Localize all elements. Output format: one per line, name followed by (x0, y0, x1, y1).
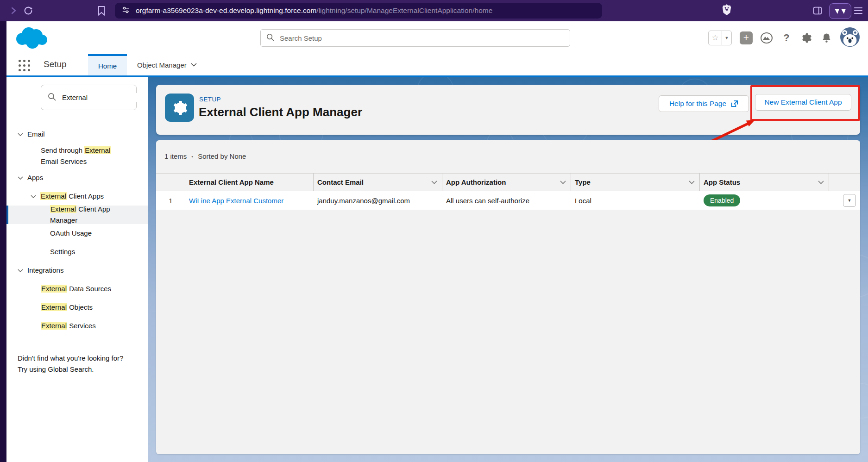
setup-brand-label: Setup (44, 59, 67, 69)
actions-column-header (829, 173, 860, 191)
column-label: App Status (704, 178, 740, 186)
reload-icon[interactable] (22, 5, 34, 17)
external-link-icon (730, 100, 738, 108)
chevron-down-icon (191, 63, 197, 67)
sidebar-item[interactable]: External Services (6, 317, 148, 335)
tab-object-manager-label: Object Manager (137, 61, 187, 69)
setup-gear-icon[interactable] (800, 32, 812, 44)
sidebar-item[interactable]: External Client Apps (6, 187, 148, 206)
avatar[interactable] (840, 27, 860, 49)
sidebar-item-label: Apps (27, 172, 43, 183)
sidebar-item-label: OAuth Usage (50, 228, 92, 239)
quick-create-plus-icon[interactable]: + (740, 31, 753, 44)
quick-find-box[interactable] (41, 85, 137, 110)
brave-lion-icon[interactable] (721, 4, 733, 16)
tab-home[interactable]: Home (88, 54, 127, 75)
chevron-down-icon[interactable] (689, 181, 695, 184)
sidebar-item[interactable]: OAuth Usage (6, 224, 148, 243)
favorites-star-icon[interactable]: ☆ (709, 33, 722, 43)
sidebar-item-label: Integrations (27, 265, 63, 276)
search-icon (48, 93, 56, 103)
sidebar-panel-icon[interactable] (811, 5, 824, 17)
sidebar-item-label: Settings (50, 246, 75, 257)
browser-chrome: orgfarm-a3569e023a-dev-ed.develop.lightn… (0, 0, 868, 21)
sidebar-item-label: Email (27, 129, 45, 140)
sidebar-item-label: External Objects (41, 302, 93, 313)
sidebar-item[interactable]: External Data Sources (6, 280, 148, 298)
sidebar-item[interactable]: External Objects (6, 298, 148, 317)
app-name-link[interactable]: WiLine App External Customer (189, 197, 283, 205)
global-search[interactable] (260, 29, 570, 47)
row-actions-button[interactable]: ▼ (843, 194, 856, 207)
sidebar-item[interactable]: Settings (6, 243, 148, 261)
url-domain: orgfarm-a3569e023a-dev-ed.develop.lightn… (136, 6, 316, 14)
forward-icon[interactable] (7, 5, 19, 17)
column-label: Contact Email (317, 178, 364, 186)
chevron-down-icon (18, 269, 23, 272)
url-text[interactable]: orgfarm-a3569e023a-dev-ed.develop.lightn… (136, 6, 492, 15)
tab-object-manager[interactable]: Object Manager (127, 54, 207, 75)
contact-email-cell: janduy.manzanos@gmail.com (314, 197, 442, 205)
window-edge-strip (0, 21, 6, 462)
chevron-down-icon[interactable] (818, 181, 824, 184)
apps-table: External Client App Name Contact Email A… (156, 173, 860, 210)
tab-home-label: Home (98, 62, 117, 70)
sidebar-item[interactable]: External Client App Manager (6, 206, 148, 224)
app-launcher-icon[interactable] (19, 60, 31, 72)
help-for-this-page-button[interactable]: Help for this Page (659, 95, 749, 112)
new-external-client-app-button[interactable]: New External Client App (755, 94, 851, 111)
column-header-type[interactable]: Type (571, 173, 700, 191)
header-actions: ☆ ▼ + ? (708, 21, 860, 54)
column-header-app-name[interactable]: External Client App Name (185, 173, 314, 191)
sidebar-item-label: External Client Apps (40, 191, 104, 202)
favorites-dropdown-icon[interactable]: ▼ (722, 31, 731, 45)
list-summary: 1 items • Sorted by None (164, 152, 246, 160)
notifications-bell-icon[interactable] (820, 32, 832, 44)
new-button-label: New External Client App (764, 98, 842, 106)
chrome-separator (714, 6, 714, 16)
sidebar-item-label: External Data Sources (41, 283, 111, 294)
main-content: SETUP External Client App Manager Help f… (148, 77, 868, 462)
quick-find-input[interactable] (61, 93, 155, 102)
glasses-button[interactable] (829, 3, 851, 19)
page-eyebrow: SETUP (199, 96, 221, 103)
page-header-card: SETUP External Client App Manager Help f… (156, 85, 860, 135)
menu-icon[interactable] (852, 5, 864, 17)
sidebar-item-label: External Services (41, 320, 96, 331)
sidebar-item[interactable]: Send through External Email Services (6, 144, 148, 169)
chevron-down-icon[interactable] (431, 181, 437, 184)
favorites-combo[interactable]: ☆ ▼ (708, 31, 732, 45)
sidebar-item-label: External Client App Manager (50, 204, 132, 226)
chevron-down-icon (18, 176, 23, 180)
page-title: External Client App Manager (199, 105, 362, 119)
table-header-row: External Client App Name Contact Email A… (156, 173, 860, 191)
global-header: ☆ ▼ + ? (6, 21, 868, 54)
bookmark-icon[interactable] (95, 5, 107, 17)
chevron-down-icon (18, 133, 23, 136)
tune-icon[interactable] (121, 6, 130, 16)
url-path: /lightning/setup/ManageExternalClientApp… (316, 6, 492, 14)
sidebar-item[interactable]: Email (6, 125, 148, 144)
list-count: 1 items (164, 152, 187, 160)
list-separator: • (191, 154, 193, 159)
setup-nav-bar: Setup Home Object Manager (6, 54, 868, 77)
type-cell: Local (571, 197, 700, 205)
sidebar-item[interactable]: Integrations (6, 261, 148, 280)
global-search-input[interactable] (279, 34, 564, 43)
screen: orgfarm-a3569e023a-dev-ed.develop.lightn… (0, 0, 868, 462)
column-header-contact-email[interactable]: Contact Email (314, 173, 442, 191)
url-bar[interactable]: orgfarm-a3569e023a-dev-ed.develop.lightn… (115, 3, 602, 19)
trailhead-icon[interactable] (761, 32, 773, 44)
glasses-icon (834, 8, 846, 14)
column-header-app-status[interactable]: App Status (700, 173, 829, 191)
row-actions-icon: ▼ (848, 198, 852, 203)
chevron-down-icon[interactable] (560, 181, 566, 184)
column-header-app-authorization[interactable]: App Authorization (442, 173, 571, 191)
setup-sidebar: EmailSend through External Email Service… (6, 77, 148, 462)
table-row[interactable]: 1 WiLine App External Customer janduy.ma… (156, 191, 860, 210)
sidebar-item[interactable]: Apps (6, 169, 148, 187)
help-icon[interactable]: ? (780, 32, 793, 44)
setup-tree: EmailSend through External Email Service… (6, 125, 148, 335)
column-label: Type (575, 178, 591, 186)
app-authorization-cell: All users can self-authorize (442, 197, 571, 205)
